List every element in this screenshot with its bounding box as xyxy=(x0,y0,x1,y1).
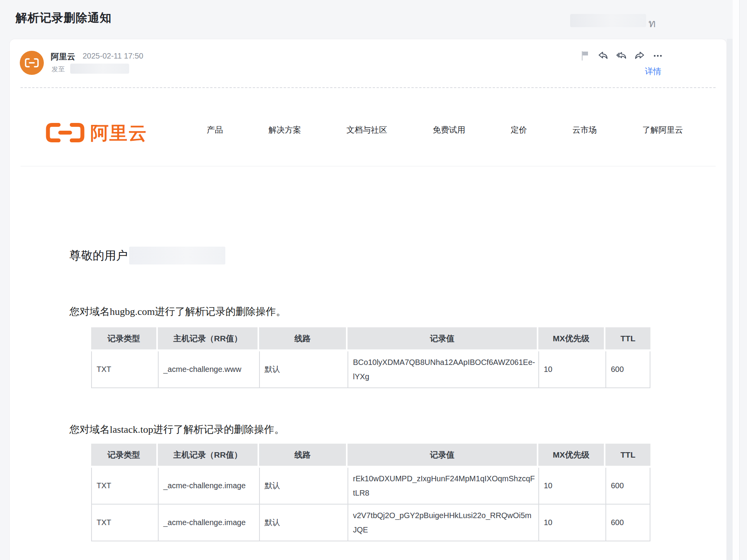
col-record-value: 记录值 xyxy=(348,327,538,351)
sender-name: 阿里云 xyxy=(51,51,75,62)
nav-item-marketplace[interactable]: 云市场 xyxy=(572,124,597,135)
forward-icon[interactable] xyxy=(634,50,645,62)
table-header-row: 记录类型 主机记录（RR值） 线路 记录值 MX优先级 TTL xyxy=(91,444,650,468)
aliyun-brand-logo[interactable]: 阿里云 xyxy=(44,121,147,144)
cell-mx-priority: 10 xyxy=(538,505,605,541)
nav-item-pricing[interactable]: 定价 xyxy=(511,124,527,135)
cell-ttl: 600 xyxy=(605,351,650,388)
col-line: 线路 xyxy=(259,444,348,468)
corner-artifact-text: ท xyxy=(648,15,655,32)
cell-record-type: TXT xyxy=(91,505,158,541)
cell-line: 默认 xyxy=(259,468,348,505)
scrollbar-track[interactable] xyxy=(727,39,733,560)
right-gutter xyxy=(733,0,739,560)
page-title: 解析记录删除通知 xyxy=(16,10,112,26)
cell-record-value: rEk10wDXUMPD_zIxgHunF24MpM1qIXOqmShzcqFt… xyxy=(348,468,538,505)
dns-records-table-hugbg: 记录类型 主机记录（RR值） 线路 记录值 MX优先级 TTL TXT _acm… xyxy=(91,327,650,388)
sender-avatar[interactable] xyxy=(20,51,44,75)
email-actions-toolbar xyxy=(579,50,664,62)
cell-record-value: BCo10lyXDMA7QB8UNha12AApIBOCf6AWZ061Ee-l… xyxy=(348,351,538,388)
col-ttl: TTL xyxy=(605,327,650,351)
redacted-username xyxy=(129,247,225,264)
cell-line: 默认 xyxy=(259,351,348,388)
cell-host-record: _acme-challenge.www xyxy=(158,351,259,388)
table-row: TXT _acme-challenge.image 默认 rEk10wDXUMP… xyxy=(91,468,650,505)
dns-records-table-lastack: 记录类型 主机记录（RR值） 线路 记录值 MX优先级 TTL TXT _acm… xyxy=(91,444,650,541)
nav-item-docs-community[interactable]: 文档与社区 xyxy=(346,124,387,135)
col-host-record: 主机记录（RR值） xyxy=(158,444,259,468)
col-record-value: 记录值 xyxy=(348,444,538,468)
cell-ttl: 600 xyxy=(605,505,650,541)
col-line: 线路 xyxy=(259,327,348,351)
cell-host-record: _acme-challenge.image xyxy=(158,505,259,541)
header-divider xyxy=(21,87,716,88)
nav-item-free-trial[interactable]: 免费试用 xyxy=(432,124,465,135)
section-1-intro: 您对域名hugbg.com进行了解析记录的删除操作。 xyxy=(69,305,286,318)
window-edge-divider xyxy=(739,0,740,560)
cell-record-value: v2V7tbQj2O_pGY2pBuigeHHkLusi22o_RRQwOi5m… xyxy=(348,505,538,541)
section-2-intro: 您对域名lastack.top进行了解析记录的删除操作。 xyxy=(69,423,284,436)
aliyun-logo-icon xyxy=(24,58,39,68)
col-record-type: 记录类型 xyxy=(91,444,158,468)
cell-host-record: _acme-challenge.image xyxy=(158,468,259,505)
to-label: 发至 xyxy=(52,65,65,74)
aliyun-nav: 产品 解决方案 文档与社区 免费试用 定价 云市场 了解阿里云 xyxy=(207,124,683,135)
details-link[interactable]: 详情 xyxy=(645,66,661,77)
nav-item-solutions[interactable]: 解决方案 xyxy=(268,124,301,135)
flag-icon[interactable] xyxy=(579,50,591,62)
cell-record-type: TXT xyxy=(91,351,158,388)
aliyun-bracket-icon xyxy=(44,121,86,144)
nav-item-products[interactable]: 产品 xyxy=(207,124,223,135)
reply-all-icon[interactable] xyxy=(616,50,627,62)
greeting-row: 尊敬的用户 xyxy=(69,247,225,264)
cell-mx-priority: 10 xyxy=(538,351,605,388)
col-host-record: 主机记录（RR值） xyxy=(158,327,259,351)
email-date: 2025-02-11 17:50 xyxy=(83,52,143,60)
table-header-row: 记录类型 主机记录（RR值） 线路 记录值 MX优先级 TTL xyxy=(91,327,650,351)
col-mx-priority: MX优先级 xyxy=(538,327,605,351)
col-ttl: TTL xyxy=(605,444,650,468)
email-card: 阿里云 2025-02-11 17:50 发至 xyxy=(9,39,727,560)
more-icon[interactable] xyxy=(652,50,664,62)
table-row: TXT _acme-challenge.www 默认 BCo10lyXDMA7Q… xyxy=(91,351,650,388)
cell-mx-priority: 10 xyxy=(538,468,605,505)
table-row: TXT _acme-challenge.image 默认 v2V7tbQj2O_… xyxy=(91,505,650,541)
cell-record-type: TXT xyxy=(91,468,158,505)
reply-icon[interactable] xyxy=(597,50,609,62)
brand-logo-text: 阿里云 xyxy=(90,124,147,142)
nav-item-about[interactable]: 了解阿里云 xyxy=(642,124,683,135)
col-record-type: 记录类型 xyxy=(91,327,158,351)
redacted-account-info xyxy=(570,14,646,27)
greeting-text: 尊敬的用户 xyxy=(69,248,128,264)
cell-ttl: 600 xyxy=(605,468,650,505)
redacted-recipient xyxy=(70,64,129,74)
col-mx-priority: MX优先级 xyxy=(538,444,605,468)
nav-divider xyxy=(21,166,716,166)
cell-line: 默认 xyxy=(259,505,348,541)
